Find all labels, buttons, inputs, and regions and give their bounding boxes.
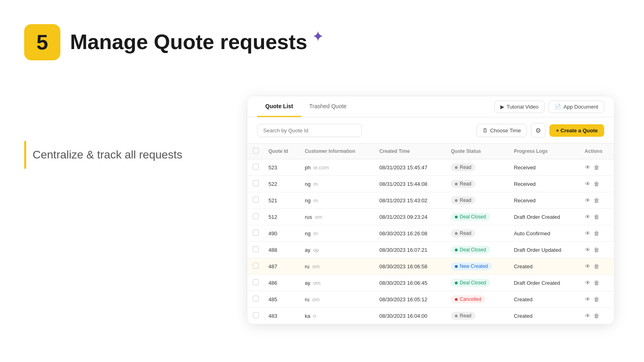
row-created-time: 08/30/2023 16:05:12 <box>374 291 446 308</box>
view-icon[interactable]: 👁 <box>585 214 590 220</box>
row-progress: Draft Order Created <box>509 275 580 291</box>
settings-button[interactable]: ⚙ <box>531 123 545 138</box>
row-progress: Created <box>509 291 580 308</box>
action-icons: 👁 🗑 <box>585 164 609 171</box>
delete-icon[interactable]: 🗑 <box>594 164 599 171</box>
tab-trashed-quote[interactable]: Trashed Quote <box>301 97 355 117</box>
row-checkbox[interactable] <box>253 180 259 186</box>
row-checkbox[interactable] <box>253 263 259 269</box>
row-progress: Received <box>509 159 580 176</box>
delete-icon[interactable]: 🗑 <box>594 230 599 237</box>
row-checkbox[interactable] <box>253 312 259 318</box>
tabs-bar: Quote List Trashed Quote ▶ Tutorial Vide… <box>248 97 614 117</box>
delete-icon[interactable]: 🗑 <box>594 263 599 269</box>
table-row: 490 ng m 08/30/2023 16:26:08 Read Auto C… <box>248 225 614 242</box>
row-checkbox-cell <box>248 242 264 258</box>
row-checkbox[interactable] <box>253 279 259 285</box>
row-checkbox[interactable] <box>253 230 259 236</box>
document-icon: 📄 <box>555 104 561 110</box>
delete-icon[interactable]: 🗑 <box>594 247 599 253</box>
view-icon[interactable]: 👁 <box>585 197 590 204</box>
row-checkbox[interactable] <box>253 197 259 203</box>
view-icon[interactable]: 👁 <box>585 313 590 319</box>
choose-time-label: Choose Time <box>490 128 521 134</box>
title-wrapper: Manage Quote requests ✦ <box>70 28 324 56</box>
table-row: 487 ru om 08/30/2023 16:06:58 New Create… <box>248 258 614 275</box>
tutorial-video-button[interactable]: ▶ Tutorial Video <box>494 101 545 113</box>
row-created-time: 08/31/2023 15:45:47 <box>374 159 446 176</box>
col-progress-logs: Progress Logs <box>509 144 580 159</box>
app-document-button[interactable]: 📄 App Document <box>549 101 604 113</box>
row-quote-id: 486 <box>264 275 300 291</box>
col-customer-info: Customer Information <box>300 144 374 159</box>
search-input[interactable] <box>257 124 362 137</box>
view-icon[interactable]: 👁 <box>585 280 590 286</box>
row-progress: Created <box>509 308 580 324</box>
view-icon[interactable]: 👁 <box>585 247 590 253</box>
status-badge: Deal Closed <box>451 279 490 287</box>
row-status: Read <box>446 176 509 192</box>
delete-icon[interactable]: 🗑 <box>594 214 599 220</box>
delete-icon[interactable]: 🗑 <box>594 313 599 319</box>
choose-time-button[interactable]: 🗓 Choose Time <box>477 124 527 137</box>
row-created-time: 08/30/2023 16:07:21 <box>374 242 446 258</box>
row-checkbox-cell <box>248 176 264 192</box>
app-document-label: App Document <box>564 104 598 110</box>
delete-icon[interactable]: 🗑 <box>594 280 599 286</box>
row-customer-info: ng m <box>300 176 374 192</box>
row-quote-id: 488 <box>264 242 300 258</box>
row-actions: 👁 🗑 <box>580 258 614 275</box>
action-icons: 👁 🗑 <box>585 181 609 187</box>
status-dot <box>455 265 458 268</box>
delete-icon[interactable]: 🗑 <box>594 197 599 204</box>
action-icons: 👁 🗑 <box>585 263 609 269</box>
table-row: 523 ph ie.com 08/31/2023 15:45:47 Read R… <box>248 159 614 176</box>
status-dot <box>455 315 458 317</box>
sidebar-description: Centralize & track all requests <box>33 148 182 161</box>
table-row: 485 ru om 08/30/2023 16:05:12 Cancelled … <box>248 291 614 308</box>
view-icon[interactable]: 👁 <box>585 263 590 269</box>
delete-icon[interactable]: 🗑 <box>594 296 599 302</box>
row-progress: Draft Order Created <box>509 209 580 225</box>
create-quote-button[interactable]: + Create a Quote <box>549 124 604 137</box>
tabs-right: ▶ Tutorial Video 📄 App Document <box>494 101 605 113</box>
row-created-time: 08/30/2023 16:06:58 <box>374 258 446 275</box>
row-checkbox[interactable] <box>253 246 259 252</box>
row-customer-info: ph ie.com <box>300 159 374 176</box>
select-all-checkbox[interactable] <box>253 148 259 154</box>
row-actions: 👁 🗑 <box>580 159 614 176</box>
table-row: 488 ay op 08/30/2023 16:07:21 Deal Close… <box>248 242 614 258</box>
status-dot <box>455 249 458 251</box>
col-quote-id: Quote Id <box>264 144 300 159</box>
status-badge: Cancelled <box>451 295 485 303</box>
action-icons: 👁 🗑 <box>585 313 609 319</box>
table-row: 522 ng m 08/31/2023 15:44:08 Read Receiv… <box>248 176 614 192</box>
row-checkbox[interactable] <box>253 213 259 219</box>
status-badge: Read <box>451 180 475 188</box>
row-checkbox-cell <box>248 209 264 225</box>
row-quote-id: 522 <box>264 176 300 192</box>
action-icons: 👁 🗑 <box>585 214 609 220</box>
row-actions: 👁 🗑 <box>580 291 614 308</box>
table-row: 512 rus om 08/31/2023 09:23:24 Deal Clos… <box>248 209 614 225</box>
row-actions: 👁 🗑 <box>580 192 614 209</box>
row-customer-info: ru om <box>300 291 374 308</box>
row-checkbox-cell <box>248 258 264 275</box>
view-icon[interactable]: 👁 <box>585 296 590 302</box>
view-icon[interactable]: 👁 <box>585 230 590 237</box>
row-checkbox[interactable] <box>253 296 259 302</box>
step-badge: 5 <box>24 24 60 60</box>
row-progress: Received <box>509 192 580 209</box>
view-icon[interactable]: 👁 <box>585 164 590 171</box>
col-quote-status: Quote Status <box>446 144 509 159</box>
tab-quote-list[interactable]: Quote List <box>257 97 301 117</box>
status-dot <box>455 298 458 301</box>
row-quote-id: 512 <box>264 209 300 225</box>
row-actions: 👁 🗑 <box>580 275 614 291</box>
col-created-time: Created Time <box>374 144 446 159</box>
view-icon[interactable]: 👁 <box>585 181 590 187</box>
delete-icon[interactable]: 🗑 <box>594 181 599 187</box>
table-row: 486 ay om 08/30/2023 16:06:45 Deal Close… <box>248 275 614 291</box>
row-customer-info: rus om <box>300 209 374 225</box>
row-checkbox[interactable] <box>253 164 259 170</box>
